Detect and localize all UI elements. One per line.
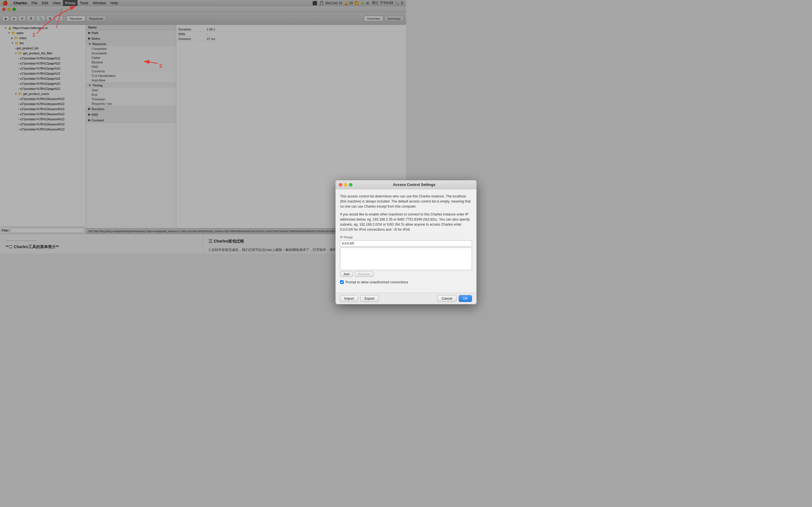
modal-ip-section: IP Range Add Remove [340, 235, 406, 253]
modal-title: Access Control Settings [355, 182, 406, 187]
modal: Access Control Settings This access cont… [336, 180, 406, 253]
modal-body-text1: This access control list determines who … [340, 194, 406, 209]
modal-body: This access control list determines who … [336, 189, 406, 253]
modal-body-text2: If you would like to enable other machin… [340, 212, 406, 232]
modal-close[interactable] [339, 183, 342, 186]
modal-ip-input[interactable] [340, 240, 406, 246]
modal-ip-list[interactable] [340, 247, 406, 253]
modal-min[interactable] [344, 183, 347, 186]
modal-traffic-lights [339, 183, 352, 186]
modal-max[interactable] [349, 183, 352, 186]
modal-overlay: Access Control Settings This access cont… [0, 0, 406, 253]
modal-ip-label: IP Range [340, 235, 406, 240]
modal-titlebar: Access Control Settings [336, 180, 406, 189]
